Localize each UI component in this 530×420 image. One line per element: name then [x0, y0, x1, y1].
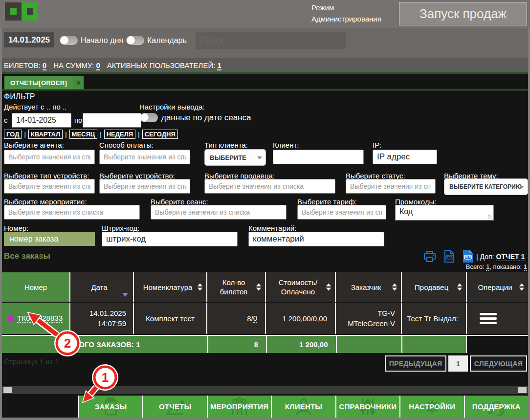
device-filter-input[interactable]	[99, 179, 190, 194]
active-users-label: АКТИВНЫХ ПОЛЬЗОВАТЕЛЕЙ:	[107, 61, 216, 69]
shown-label: , показано:	[489, 263, 522, 270]
launch-sales-button[interactable]: Запуск продаж	[399, 2, 527, 25]
tickets-count-label: БИЛЕТОВ:	[4, 61, 41, 69]
column-header-cost[interactable]: Стоимость/ Оплачено	[266, 272, 336, 302]
column-header-seller[interactable]: Продавец	[402, 272, 467, 302]
order-number-link[interactable]: ТК000328833	[17, 314, 63, 323]
order-number-cell: ТК000328833	[2, 303, 70, 334]
scrollbar-right-thumb[interactable]	[518, 387, 527, 393]
stats-divider	[0, 72, 530, 74]
session-date-toggle-label: данные по дате сеанса	[161, 113, 251, 123]
range-year-button[interactable]: ГОД	[4, 130, 22, 139]
horizontal-scrollbar[interactable]	[2, 386, 528, 394]
barcode-filter-input[interactable]	[102, 232, 238, 246]
prev-page-button[interactable]: ПРЕДЫДУЩАЯ	[385, 355, 446, 372]
search-input[interactable]	[196, 32, 346, 49]
bottom-nav: ЗАКАЗЫ ОТЧЕТЫ МЕРОПРИЯТИЯ КЛИЕНТЫ СПРАВО…	[78, 396, 528, 418]
window-frame	[0, 28, 2, 420]
promo-textarea[interactable]: Код	[395, 205, 494, 221]
export-pdf-icon[interactable]: PDF	[442, 249, 456, 263]
export-xls-icon[interactable]: XLS	[461, 249, 474, 263]
nav-support-button[interactable]: ПОДДЕРЖКА	[464, 396, 528, 418]
row-menu-icon[interactable]	[480, 313, 497, 324]
client-type-filter-label: Тип клиента:	[204, 141, 248, 149]
tickets-paid-link[interactable]: 0	[253, 314, 257, 323]
report-1-link[interactable]: ОТЧЕТ 1	[496, 253, 525, 261]
tab-title[interactable]: ОТЧЕТЫ[ORDER]	[4, 76, 73, 89]
sort-icon	[392, 284, 397, 291]
tickets-count-value[interactable]: 0	[43, 61, 46, 70]
page-info: Страница 1 из 1	[4, 357, 59, 366]
tab-orders-report[interactable]: ОТЧЕТЫ[ORDER] ✕	[4, 76, 84, 89]
payment-filter-input[interactable]	[99, 150, 190, 164]
app-logo-icon[interactable]	[5, 2, 38, 21]
nav-directories-button[interactable]: СПРАВОЧНИКИ	[335, 396, 399, 418]
orders-section-title: Все заказы	[4, 251, 50, 261]
device-type-filter-input[interactable]	[4, 179, 95, 194]
range-week-button[interactable]: НЕДЕЛЯ	[104, 130, 135, 139]
sort-desc-icon	[122, 293, 128, 297]
nav-clients-button[interactable]: КЛИЕНТЫ	[271, 396, 335, 418]
column-header-date[interactable]: Дата	[70, 272, 134, 302]
nav-reports-label: ОТЧЕТЫ	[159, 402, 191, 411]
calendar-toggle[interactable]	[126, 36, 144, 45]
column-header-tickets-label: Кол-во билетов	[210, 278, 257, 296]
column-header-tickets[interactable]: Кол-во билетов	[207, 272, 266, 302]
amount-value[interactable]: 0	[96, 61, 100, 70]
date-to-input[interactable]	[83, 113, 141, 128]
session-filter-input[interactable]	[151, 205, 287, 220]
theme-select[interactable]: ВЫБЕРИТЕ КАТЕГОРИЮ	[444, 178, 528, 195]
shown-value: 1	[524, 263, 527, 271]
barcode-filter-label: Штрих-код:	[102, 224, 140, 232]
sort-icon	[326, 284, 331, 291]
theme-select-value: ВЫБЕРИТЕ КАТЕГОРИЮ	[449, 183, 522, 190]
pdf-icon-label: PDF	[447, 256, 453, 259]
column-header-number[interactable]: Номер	[2, 272, 70, 302]
nav-settings-button[interactable]: НАСТРОЙКИ	[399, 396, 464, 418]
seller-filter-input[interactable]	[204, 179, 335, 194]
nav-clients-label: КЛИЕНТЫ	[285, 402, 323, 411]
scrollbar-left-thumb[interactable]	[3, 387, 12, 393]
output-settings-label: Настройки вывода:	[139, 103, 205, 111]
comment-filter-input[interactable]	[248, 232, 384, 246]
ip-filter-input[interactable]	[373, 150, 437, 164]
print-icon[interactable]	[423, 250, 436, 263]
current-date-box[interactable]: 14.01.2025	[4, 32, 54, 47]
tickets-count: 8/	[247, 314, 253, 323]
filter-title: ФИЛЬТР	[4, 92, 35, 101]
agent-filter-input[interactable]	[4, 150, 95, 164]
nav-orders-button[interactable]: ЗАКАЗЫ	[78, 396, 142, 418]
day-start-toggle[interactable]	[60, 36, 78, 45]
status-filter-input[interactable]	[346, 179, 436, 194]
date-from-input[interactable]	[12, 113, 71, 128]
payment-filter-label: Способ оплаты:	[99, 141, 154, 149]
range-separator: |	[65, 131, 66, 138]
client-type-select-value: ВЫБЕРИТЕ	[210, 154, 246, 161]
table-footer: ИТОГО ЗАКАЗОВ: 1 8 1 200,00	[2, 335, 528, 353]
column-header-operations[interactable]: Операции	[467, 272, 528, 302]
current-page-button[interactable]: 1	[448, 355, 468, 372]
event-filter-input[interactable]	[4, 205, 140, 220]
client-type-select[interactable]: ВЫБЕРИТЕ	[204, 149, 266, 166]
order-number-filter-input[interactable]: номер заказа	[4, 232, 95, 246]
range-quarter-button[interactable]: КВАРТАЛ	[28, 130, 63, 139]
range-today-button[interactable]: СЕГОДНЯ	[142, 130, 178, 139]
range-month-button[interactable]: МЕСЯЦ	[69, 130, 98, 139]
column-header-nomenclature[interactable]: Номенклатура	[134, 272, 207, 302]
tariff-filter-input[interactable]	[297, 205, 386, 220]
seller-cell: Тест Тг Выдал:	[402, 303, 467, 334]
cost-cell: 1 200,00/0,00	[266, 303, 336, 334]
window-frame	[528, 28, 530, 420]
session-date-toggle[interactable]	[140, 113, 158, 122]
nav-events-button[interactable]: МЕРОПРИЯТИЯ	[207, 396, 271, 418]
amount-label: НА СУММУ:	[53, 61, 94, 69]
next-page-button[interactable]: СЛЕДУЮЩАЯ	[470, 355, 527, 372]
calendar-toggle-label: Календарь	[147, 36, 187, 45]
active-users-value[interactable]: 1	[217, 61, 221, 70]
range-separator: |	[100, 131, 101, 138]
sort-icon	[198, 284, 202, 291]
tab-close-icon[interactable]: ✕	[73, 76, 84, 89]
client-filter-input[interactable]	[273, 150, 364, 164]
nav-reports-button[interactable]: ОТЧЕТЫ	[142, 396, 206, 418]
column-header-customer[interactable]: Заказчик	[336, 272, 402, 302]
